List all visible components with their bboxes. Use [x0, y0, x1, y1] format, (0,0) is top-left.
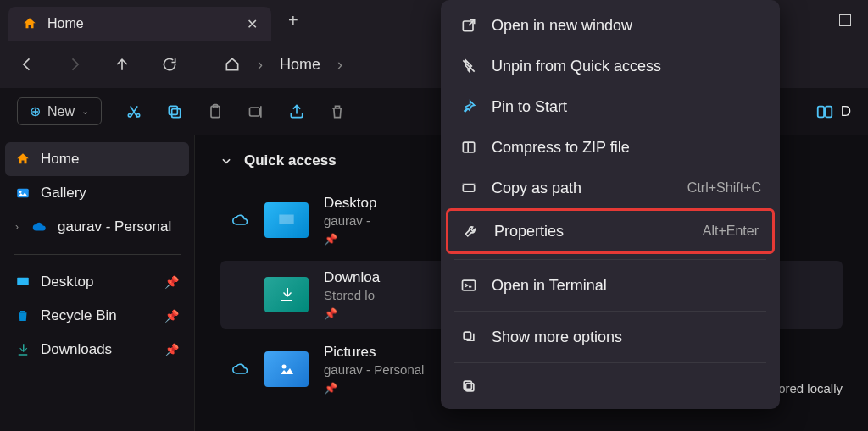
wrench-icon — [462, 222, 481, 240]
new-button[interactable]: ⊕ New ⌄ — [17, 97, 102, 125]
cm-open-new-window[interactable]: Open in new window — [446, 5, 775, 46]
svg-rect-18 — [464, 332, 470, 339]
sidebar-item-onedrive[interactable]: › gaurav - Personal — [0, 210, 194, 244]
sidebar-item-recycle[interactable]: Recycle Bin 📌 — [0, 299, 194, 333]
svg-rect-19 — [466, 384, 474, 391]
cm-shortcut: Alt+Enter — [703, 224, 759, 239]
folder-icon — [264, 202, 309, 238]
folder-icon — [264, 277, 309, 312]
cm-copy-path[interactable]: Copy as path Ctrl+Shift+C — [446, 168, 775, 208]
svg-rect-16 — [463, 183, 476, 185]
share-icon[interactable] — [288, 103, 305, 120]
cm-more-options[interactable]: Show more options — [446, 317, 775, 357]
pin-icon — [459, 97, 478, 116]
gallery-icon — [15, 185, 31, 201]
folder-icon — [264, 351, 309, 387]
home-icon — [15, 152, 31, 167]
sidebar-label: Downloads — [41, 341, 112, 358]
downloads-icon — [15, 342, 31, 357]
svg-rect-10 — [20, 311, 25, 312]
terminal-icon — [459, 276, 478, 295]
refresh-icon[interactable] — [159, 54, 180, 75]
cm-label: Unpin from Quick access — [492, 58, 661, 75]
details-view-icon[interactable] — [815, 102, 834, 121]
breadcrumb[interactable]: › Home › — [224, 56, 342, 74]
sidebar-label: Desktop — [41, 274, 93, 290]
section-title: Quick access — [244, 152, 337, 169]
recycle-icon — [15, 308, 31, 323]
cloud-sync-icon — [232, 361, 249, 378]
sidebar-item-desktop[interactable]: Desktop 📌 — [0, 265, 194, 299]
chevron-right-icon: › — [15, 221, 19, 233]
tab-home[interactable]: Home ✕ — [8, 7, 271, 41]
sidebar-item-downloads[interactable]: Downloads 📌 — [0, 333, 194, 367]
svg-rect-9 — [17, 278, 29, 285]
cm-properties[interactable]: Properties Alt+Enter — [446, 208, 775, 254]
cm-bottom-icon[interactable] — [446, 368, 775, 404]
breadcrumb-home-icon — [224, 56, 241, 73]
paste-icon[interactable] — [207, 103, 224, 120]
cm-label: Open in new window — [492, 17, 632, 35]
sidebar-item-gallery[interactable]: Gallery — [0, 176, 194, 210]
cm-unpin[interactable]: Unpin from Quick access — [446, 46, 775, 86]
svg-rect-15 — [463, 185, 474, 191]
separator — [454, 362, 766, 363]
open-new-window-icon — [459, 16, 478, 35]
folder-subtitle: Stored lo — [324, 288, 380, 302]
chevron-icon: › — [258, 56, 263, 74]
context-menu: Open in new window Unpin from Quick acce… — [441, 0, 780, 409]
sidebar-item-home[interactable]: Home — [5, 142, 189, 176]
svg-rect-5 — [817, 106, 823, 117]
home-icon — [22, 16, 37, 31]
svg-rect-4 — [250, 108, 260, 116]
sidebar-label: Gallery — [41, 185, 86, 202]
more-icon — [459, 328, 478, 346]
breadcrumb-home[interactable]: Home — [280, 56, 320, 74]
sidebar-label: Recycle Bin — [41, 307, 117, 324]
cloud-icon — [32, 219, 47, 235]
pin-icon: 📌 — [324, 233, 376, 246]
folder-subtitle: gaurav - Personal — [324, 362, 424, 377]
add-tab-button[interactable]: + — [288, 11, 298, 30]
copy-icon[interactable] — [166, 103, 183, 120]
desktop-icon — [15, 274, 31, 290]
cm-terminal[interactable]: Open in Terminal — [446, 265, 775, 306]
copy-icon — [459, 377, 478, 395]
folder-name: Pictures — [324, 344, 424, 361]
chevron-down-icon: ⌄ — [81, 106, 89, 117]
svg-rect-11 — [279, 215, 293, 224]
svg-rect-17 — [463, 280, 476, 290]
cm-pin-start[interactable]: Pin to Start — [446, 86, 775, 127]
window-controls — [839, 14, 868, 26]
cm-label: Open in Terminal — [492, 277, 607, 295]
svg-rect-6 — [826, 106, 832, 117]
separator — [454, 311, 766, 312]
svg-point-12 — [282, 365, 287, 369]
cm-label: Pin to Start — [492, 98, 567, 116]
folder-name: Downloa — [324, 269, 380, 286]
pin-icon: 📌 — [164, 309, 179, 323]
pin-icon: 📌 — [324, 307, 380, 320]
back-icon[interactable] — [17, 54, 37, 75]
svg-point-8 — [19, 191, 22, 193]
svg-rect-1 — [169, 106, 177, 114]
sidebar-label: Home — [41, 151, 79, 168]
cut-icon[interactable] — [125, 103, 142, 120]
forward-icon[interactable] — [64, 54, 85, 75]
rename-icon[interactable] — [248, 103, 264, 120]
folder-name: Desktop — [324, 195, 376, 212]
chevron-down-icon — [220, 155, 232, 167]
close-icon[interactable]: ✕ — [247, 16, 258, 32]
delete-icon[interactable] — [329, 103, 346, 120]
pin-icon: 📌 — [164, 343, 179, 356]
copy-path-icon — [459, 179, 478, 197]
cm-compress[interactable]: Compress to ZIP file — [446, 127, 775, 168]
unpin-icon — [459, 57, 478, 75]
maximize-icon[interactable] — [839, 14, 851, 26]
svg-rect-20 — [464, 381, 471, 389]
cm-label: Copy as path — [492, 180, 581, 197]
pin-icon: 📌 — [324, 382, 424, 395]
zip-icon — [459, 138, 478, 157]
tab-title: Home — [47, 16, 84, 31]
up-icon[interactable] — [112, 54, 132, 75]
